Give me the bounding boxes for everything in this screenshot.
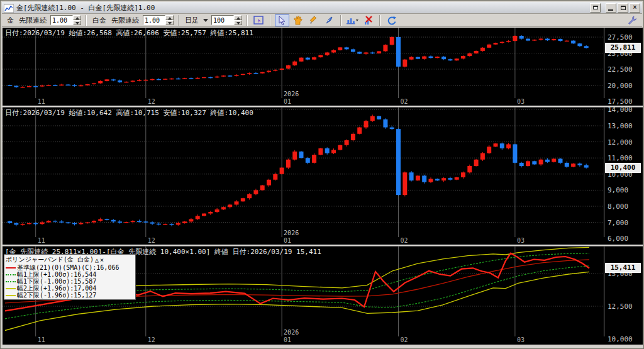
- price-tick-label: 17,500: [608, 97, 633, 106]
- band2-upper-swatch: [6, 288, 16, 289]
- bar-count-down-button[interactable]: [234, 20, 242, 25]
- period-dropdown-arrow-icon[interactable]: [203, 19, 208, 22]
- month-label: 12: [148, 98, 155, 105]
- minimize-button[interactable]: [606, 3, 616, 13]
- spread-current-price-label: 15,411: [605, 263, 641, 273]
- legend-collapse-button[interactable]: △: [95, 257, 99, 263]
- bollinger-legend: ボリンジャーバンド(金 白金) △ × 基準線(21)(0)(SMA)(C):1…: [4, 254, 136, 300]
- month-label: 11: [38, 336, 45, 343]
- pencil-icon: [309, 16, 318, 25]
- platinum-scale-up-button[interactable]: [165, 15, 174, 20]
- toolbar-separator: [270, 15, 271, 26]
- center-line-swatch: [6, 267, 16, 269]
- gold-time-axis: 1112010203: [3, 98, 604, 106]
- month-label: 11: [38, 98, 45, 105]
- month-label: 01: [284, 237, 291, 244]
- price-axis-column: 27,50025,00022,50020,00017,50025,81114,0…: [604, 28, 643, 345]
- gold-chart-plot[interactable]: [3, 28, 604, 98]
- platinum-time-axis: 1112010203: [3, 237, 604, 245]
- hand-icon: [293, 16, 303, 25]
- band2-lower-swatch: [6, 295, 16, 296]
- spread-time-axis: 1112010203: [3, 336, 604, 344]
- price-tick-label: 12,000: [608, 138, 633, 147]
- maximize-button[interactable]: [618, 3, 628, 13]
- refresh-icon: [387, 16, 397, 25]
- month-label: 02: [401, 237, 408, 244]
- app-window: 金[先限連続]1.00 - 白金[先限連続]1.00 × 金 先限連続 白金 先…: [0, 0, 644, 349]
- month-label: 03: [517, 237, 525, 244]
- month-label: 03: [517, 336, 525, 343]
- title-bar[interactable]: 金[先限連続]1.00 - 白金[先限連続]1.00 ×: [2, 2, 642, 14]
- platinum-chart-plot[interactable]: [3, 108, 604, 237]
- gold-current-price-label: 25,811: [605, 43, 641, 53]
- platinum-scale-spinner: [143, 15, 174, 25]
- pointer-tool-button[interactable]: [275, 14, 289, 26]
- month-label: 01: [284, 98, 291, 105]
- chart-region[interactable]: 27,50025,00022,50020,00017,50025,81114,0…: [3, 28, 643, 345]
- pencil-tool-button[interactable]: [306, 14, 321, 26]
- settings-wrench-button[interactable]: [625, 14, 639, 26]
- toolbar-separator: [379, 15, 380, 26]
- bar-count-input[interactable]: [211, 15, 234, 25]
- price-tick-label: 6,000: [608, 235, 628, 243]
- legend-close-button[interactable]: ×: [100, 257, 104, 263]
- platinum-current-price-label: 10,400: [605, 163, 641, 173]
- gold-symbol-label: 金: [7, 16, 14, 25]
- band1-upper-swatch: [6, 274, 16, 275]
- band1-lower-swatch: [6, 281, 16, 282]
- gold-scale-up-button[interactable]: [73, 15, 81, 20]
- chart-region-tool-button[interactable]: [252, 14, 266, 26]
- gold-series-label: 先限連続: [19, 16, 47, 25]
- pen-tool-button[interactable]: [322, 14, 336, 26]
- toolbar-separator: [340, 15, 341, 26]
- platinum-scale-down-button[interactable]: [165, 20, 174, 25]
- delete-chart-button[interactable]: [361, 14, 375, 26]
- toolbar-separator: [178, 15, 179, 26]
- month-label: 01: [284, 336, 291, 343]
- pen-icon: [325, 16, 334, 25]
- legend-row: 幅2下限(-1.96σ):15,127: [6, 292, 134, 299]
- gold-scale-input[interactable]: [50, 15, 73, 25]
- price-tick-label: 22,500: [608, 65, 633, 74]
- month-label: 02: [401, 336, 408, 343]
- price-tick-label: 20,000: [608, 82, 633, 90]
- pan-tool-button[interactable]: [291, 14, 305, 26]
- price-tick-label: 7,000: [608, 219, 628, 227]
- price-tick-label: 9,000: [608, 186, 628, 194]
- price-tick-label: 12,500: [608, 302, 633, 311]
- chart-region-icon: [253, 16, 264, 25]
- price-tick-label: 27,500: [608, 33, 633, 42]
- gold-scale-spinner: [50, 15, 81, 25]
- price-tick-label: 10,000: [608, 335, 633, 343]
- bar-count-up-button[interactable]: [234, 15, 242, 20]
- toolbar-separator: [86, 15, 87, 26]
- bar-chart-icon: [346, 16, 359, 25]
- month-label: 11: [38, 237, 45, 244]
- price-tick-label: 11,000: [608, 154, 633, 162]
- period-dropdown[interactable]: 日足: [185, 16, 199, 25]
- price-tick-label: 8,000: [608, 202, 628, 211]
- pointer-icon: [278, 16, 286, 25]
- month-label: 03: [517, 98, 525, 105]
- bar-count-spinner: [211, 15, 242, 25]
- month-label: 02: [401, 98, 408, 105]
- platinum-series-label: 先限連続: [111, 16, 139, 25]
- toolbar-separator: [247, 15, 248, 26]
- price-tick-label: 13,000: [608, 122, 633, 130]
- window-title: 金[先限連続]1.00 - 白金[先限連続]1.00: [16, 3, 155, 13]
- platinum-scale-input[interactable]: [143, 15, 165, 25]
- chart-type-button[interactable]: [345, 14, 360, 26]
- platinum-ohlc-info: 日付:2026/03/19 始値:10,642 高値:10,715 安値:10,…: [5, 108, 253, 118]
- chart-app-icon: [4, 4, 14, 12]
- price-tick-label: 14,000: [608, 106, 633, 114]
- close-button[interactable]: ×: [630, 3, 640, 13]
- dock-button[interactable]: [590, 3, 601, 13]
- delete-icon: [364, 16, 373, 25]
- month-label: 12: [148, 336, 155, 343]
- gold-scale-down-button[interactable]: [73, 20, 81, 25]
- toolbar: 金 先限連続 白金 先限連続 日足: [2, 14, 642, 27]
- month-label: 12: [148, 237, 155, 244]
- platinum-symbol-label: 白金: [92, 16, 106, 25]
- refresh-button[interactable]: [384, 14, 399, 26]
- gold-ohlc-info: 日付:2026/03/19 始値:26,568 高値:26,606 安値:25,…: [5, 28, 253, 38]
